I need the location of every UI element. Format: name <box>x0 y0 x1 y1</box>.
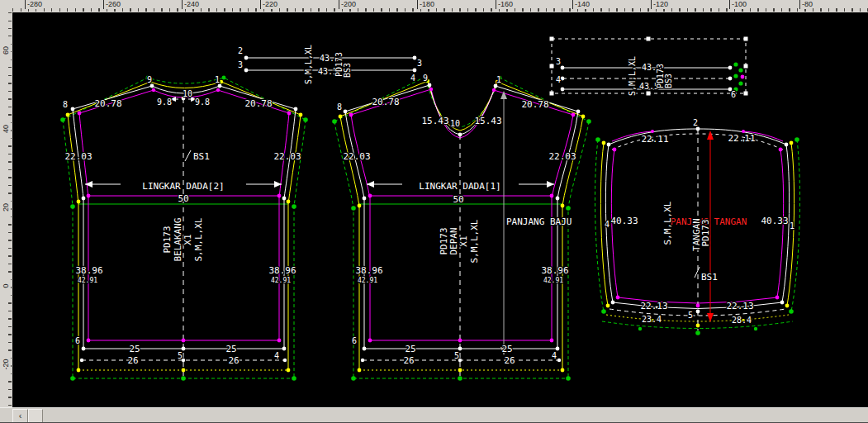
front-point-1: 1 <box>496 75 501 84</box>
sleeve-cap-left-dim: 22.11 <box>641 134 668 145</box>
scroll-left-button[interactable]: ‹ <box>12 409 28 423</box>
front-side-right-dim: 38.96 <box>541 265 568 276</box>
sleeve-grain-notch <box>695 267 700 278</box>
ruler-tick-label: -20 <box>1 353 11 376</box>
back-hem2-right-dim: 26 <box>228 355 239 366</box>
front-hem-right-dim: 25 <box>501 344 512 354</box>
ruler-corner <box>0 0 13 13</box>
band1-tag: BS3 <box>343 63 352 78</box>
back-points-xl <box>60 76 308 381</box>
back-grain-notch <box>185 150 191 161</box>
front-neck-left-dim: 15.43 <box>421 116 448 126</box>
back-ref-label: BS1 <box>193 151 210 162</box>
ruler-tick-label: -260 <box>103 0 121 9</box>
band2-point-l2: 4 <box>556 75 561 84</box>
sleeve-hem-right-dim: 22.13 <box>726 301 753 311</box>
sleeve-sizes: S,M,L,XL <box>662 201 673 245</box>
sleeve-code: PD173 <box>700 219 711 246</box>
front-side-right-alt-dim: 42.91 <box>543 277 563 284</box>
back-hem2-left-dim: 26 <box>127 355 138 366</box>
back-grade-s-outline <box>79 90 289 340</box>
sleeve-side-left-dim: 40.33 <box>610 216 638 226</box>
front-neck-width-dim: 10 <box>450 119 460 128</box>
front-point-4: 4 <box>552 351 557 360</box>
back-labels: 20.78 20.78 9.8 9.8 10 22.03 22.03 BS1 L… <box>63 75 301 366</box>
back-base-outline <box>73 86 296 380</box>
band2-labels: 3 4 6 S,M,L,XL 43.5 43.5 PD173 BS3 <box>556 56 736 99</box>
sleeve-cap-right-dim: 22.11 <box>728 133 755 144</box>
piece-back[interactable]: 20.78 20.78 9.8 9.8 10 22.03 22.03 BS1 L… <box>60 75 308 381</box>
back-points-l <box>66 80 303 373</box>
back-hem-right-dim: 25 <box>225 344 236 354</box>
back-neck-right-dim: 9.8 <box>195 97 210 107</box>
sleeve-point-5: 5 <box>688 311 693 320</box>
ruler-tick-label: 0 <box>1 274 11 297</box>
front-point-5: 5 <box>454 351 459 360</box>
ruler-tick-label: -140 <box>572 0 590 9</box>
band1-sizes: S,M,L,XL <box>304 45 313 84</box>
back-grade-l-outline <box>68 82 301 370</box>
front-cut-count: X1 <box>458 235 469 246</box>
sleeve-hem-left-dim: 22.13 <box>640 301 667 311</box>
front-point-6: 6 <box>352 336 357 345</box>
front-hem2-left-dim: 26 <box>403 355 414 366</box>
band1-point-tl: 2 <box>238 46 243 55</box>
back-armhole-left-dim: 22.03 <box>64 151 92 162</box>
front-base-outline <box>345 85 578 380</box>
back-point-8: 8 <box>63 100 68 109</box>
back-hem-left-dim: 25 <box>129 344 140 354</box>
piece-band2-selected[interactable]: 3 4 6 S,M,L,XL 43.5 43.5 PD173 BS3 <box>550 37 748 100</box>
front-labels: 20.78 20.78 15.43 15.43 10 22.03 22.03 L… <box>337 74 576 366</box>
back-sizes: S,M,L,XL <box>193 217 204 261</box>
sleeve-point-2: 2 <box>693 118 698 127</box>
front-hem2-right-dim: 26 <box>504 355 515 366</box>
sleeve-side-right-dim: 40.33 <box>761 216 788 226</box>
ruler-tick-label: -160 <box>496 0 513 9</box>
band2-grade-points <box>733 62 744 91</box>
scroll-left-arrow-icon: ‹ <box>19 411 22 421</box>
band1-point-tr: 3 <box>417 59 422 68</box>
back-shoulder-right-dim: 20.78 <box>244 98 272 109</box>
scroll-thumb[interactable] <box>28 409 43 423</box>
band2-tag: BS3 <box>664 74 673 88</box>
band1-point-bl: 3 <box>238 60 243 69</box>
back-side-right-dim: 38.96 <box>268 265 296 276</box>
band1-labels: 2 3 3 4 S,M,L,XL 43.5 43.5 PD173 BS3 <box>238 45 422 84</box>
front-point-8: 8 <box>337 102 342 112</box>
front-grade-xl-outline <box>334 77 589 378</box>
horizontal-scrollbar[interactable]: ‹ <box>0 407 868 423</box>
back-grade-xl-outline <box>63 78 306 378</box>
piece-sleeve[interactable]: 2 22.11 22.11 4 40.33 40.33 1 PANJANG TA… <box>595 118 799 335</box>
sleeve-point-4: 4 <box>605 220 609 229</box>
front-length-label: PANJANG BAJU <box>506 216 572 227</box>
ruler-horizontal: -280 -260 -240 -220 -200 -180 -160 -140 … <box>12 0 868 13</box>
ruler-tick-label: 60 <box>1 39 11 62</box>
pattern-canvas[interactable]: 20.78 20.78 9.8 9.8 10 22.03 22.03 BS1 L… <box>12 12 868 407</box>
piece-band1[interactable]: 2 3 3 4 S,M,L,XL 43.5 43.5 PD173 BS3 <box>238 45 422 84</box>
front-chest-label: LINGKAR DADA[1] <box>419 181 500 192</box>
back-side-left-dim: 38.96 <box>75 265 102 276</box>
front-side-left-alt-dim: 42.91 <box>358 277 377 284</box>
front-point-9: 9 <box>423 74 428 83</box>
back-side-right-alt-dim: 42.91 <box>271 277 291 284</box>
front-armhole-right-dim: 22.03 <box>548 151 576 162</box>
back-shoulder-left-dim: 20.78 <box>94 98 121 109</box>
front-armhole-left-dim: 22.03 <box>343 151 370 162</box>
piece-front[interactable]: 20.78 20.78 15.43 15.43 10 22.03 22.03 L… <box>332 74 591 381</box>
front-shoulder-left-dim: 20.78 <box>372 97 399 107</box>
ruler-tick-label: -180 <box>417 0 434 9</box>
back-code: PD173 <box>162 226 173 253</box>
back-point-5: 5 <box>178 351 183 360</box>
front-chest-value: 50 <box>453 194 463 205</box>
front-neck-right-dim: 15.43 <box>474 116 501 126</box>
band1-point-br: 4 <box>410 74 415 83</box>
front-points-xl <box>332 75 591 381</box>
ruler-tick-label: 20 <box>1 196 11 219</box>
pattern-cad-window: -280 -260 -240 -220 -200 -180 -160 -140 … <box>0 0 868 423</box>
sleeve-hem2-left-dim: 23.4 <box>642 315 662 324</box>
back-points-base <box>71 84 298 363</box>
sleeve-hem2-right-dim: 28.4 <box>732 316 752 325</box>
back-point-6: 6 <box>75 336 80 345</box>
sleeve-ref-label: BS1 <box>701 272 718 283</box>
ruler-tick-label: -120 <box>651 0 668 9</box>
